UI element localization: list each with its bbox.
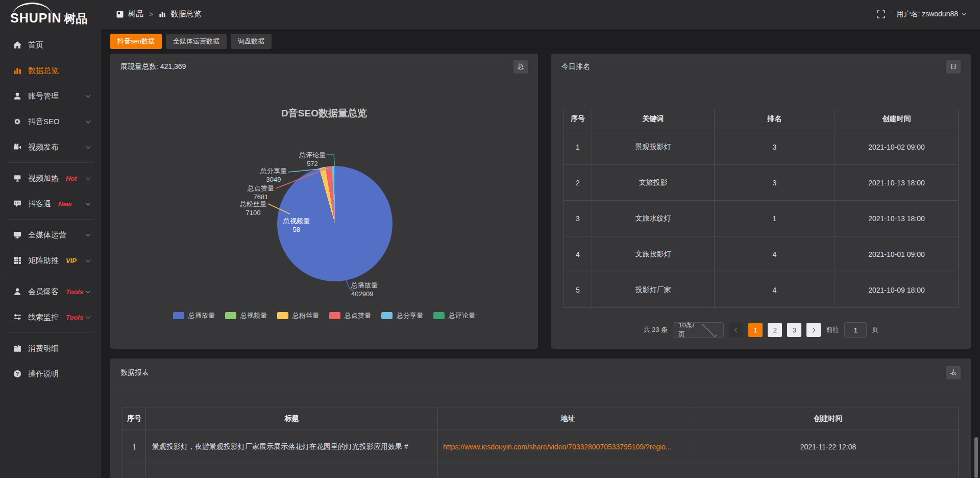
table-row: 1景观投影灯32021-10-02 09:00: [564, 129, 959, 165]
prev-page-button[interactable]: [729, 323, 743, 337]
page-unit-label: 页: [872, 325, 878, 334]
col-time: 创建时间: [698, 408, 959, 429]
breadcrumb: 树品 > 数据总览: [116, 9, 201, 19]
legend-item-likes[interactable]: 总点赞量: [329, 311, 371, 320]
wallet-icon: [13, 344, 21, 352]
page-button-1[interactable]: 1: [748, 323, 763, 337]
goto-page-input[interactable]: [844, 322, 867, 338]
page-button-2[interactable]: 2: [768, 323, 782, 337]
table-row: 3文旅水纹灯12021-10-13 18:00: [564, 201, 959, 236]
table-row: 5投影灯厂家42021-10-09 18:00: [564, 272, 959, 308]
rank-panel-body: 序号 关键词 排名 创建时间 1景观投影灯32021-10-02 09:00: [551, 109, 971, 338]
chevron-down-icon: [86, 200, 91, 205]
chevron-down-icon: [86, 144, 91, 149]
legend-item-fans[interactable]: 总粉丝量: [277, 311, 319, 320]
tools-badge: Tools: [66, 314, 83, 321]
next-page-button[interactable]: [806, 323, 821, 337]
username-label: 用户名: zswodun88: [896, 10, 958, 19]
rank-table-header-row: 序号 关键词 排名 创建时间: [564, 109, 959, 129]
report-panel-header: 数据报表 表: [110, 358, 971, 387]
panels-row: 展现量总数: 421,369 总 D音SEO数据量总览: [110, 54, 971, 349]
report-panel: 数据报表 表 序号 标题 地址 创建时间: [110, 358, 971, 478]
legend-chip: [433, 312, 445, 319]
scrollbar-thumb[interactable]: [974, 437, 978, 478]
video-link[interactable]: https://www.iesdouyin.com/share/video/70…: [443, 443, 672, 451]
sidebar-divider: [7, 332, 94, 333]
hot-badge: Hot: [66, 175, 77, 182]
sidebar-item-douketong[interactable]: 抖客通 New: [0, 191, 101, 217]
legend-chip: [225, 312, 236, 319]
legend-item-comments[interactable]: 总评论量: [433, 311, 475, 320]
sidebar-item-help[interactable]: ? 操作说明: [0, 361, 101, 387]
overview-total-label: 展现量总数: 421,369: [120, 62, 186, 71]
total-button[interactable]: 总: [513, 60, 528, 74]
sidebar-item-data-overview[interactable]: 数据总览: [0, 58, 101, 83]
chevron-down-icon: [86, 314, 91, 319]
logo-arc: [12, 3, 52, 16]
monitor-icon: [13, 231, 21, 239]
col-rank: 排名: [715, 109, 835, 129]
sidebar-item-member-leads[interactable]: 会员爆客 Tools: [0, 279, 101, 304]
sidebar-item-consume-detail[interactable]: 消费明细: [0, 336, 101, 361]
table-button[interactable]: 表: [946, 366, 961, 379]
page-size-select[interactable]: 10条/页: [673, 322, 724, 338]
grid-square-icon: [116, 11, 124, 18]
report-panel-title: 数据报表: [120, 368, 149, 377]
legend-item-videos[interactable]: 总视频量: [225, 311, 267, 320]
sidebar-item-label: 抖客通: [28, 199, 51, 209]
day-button[interactable]: 日: [946, 60, 961, 74]
rank-table: 序号 关键词 排名 创建时间 1景观投影灯32021-10-02 09:00: [564, 109, 959, 308]
col-url: 地址: [438, 408, 698, 429]
logo-text-cn: 树品: [64, 13, 87, 25]
legend-chip: [277, 312, 288, 319]
sidebar-item-label: 全媒体运营: [28, 230, 66, 240]
sidebar-item-account[interactable]: 账号管理: [0, 83, 101, 109]
content-area: 抖音seo数据 全媒体运营数据 询盘数据 展现量总数: 421,369 总 D音…: [101, 29, 980, 478]
sidebar-item-video-heat[interactable]: 视频加热 Hot: [0, 165, 101, 191]
sidebar-item-label: 操作说明: [28, 369, 59, 379]
sidebar-item-label: 线索监控: [28, 313, 59, 322]
table-row: 2文旅投影32021-10-13 18:00: [564, 165, 959, 201]
legend-item-shares[interactable]: 总分享量: [381, 311, 423, 320]
pie-label-shares: 总分享量3049: [260, 166, 287, 184]
svg-text:?: ?: [16, 371, 19, 377]
overview-panel: 展现量总数: 421,369 总 D音SEO数据量总览: [110, 54, 538, 349]
breadcrumb-root[interactable]: 树品: [128, 9, 143, 19]
sidebar-item-clue-monitor[interactable]: 线索监控 Tools: [0, 304, 101, 330]
sidebar-divider: [7, 219, 94, 220]
rank-panel-title: 今日排名: [561, 62, 590, 71]
sidebar-item-home[interactable]: 首页: [0, 32, 101, 58]
chat-bubble-icon: [13, 200, 21, 208]
pagination-total: 共 23 条: [644, 325, 668, 334]
breadcrumb-current[interactable]: 数据总览: [170, 9, 201, 19]
chevron-down-icon: [962, 11, 967, 16]
person-icon: [13, 288, 21, 296]
pie-label-videos: 总视频量58: [283, 217, 310, 234]
page-button-3[interactable]: 3: [787, 323, 801, 337]
pie-label-likes: 总点赞量7681: [248, 184, 274, 201]
sidebar-item-label: 数据总览: [28, 66, 59, 76]
sidebar-item-video-publish[interactable]: 视频发布: [0, 134, 101, 160]
sidebar-item-all-media[interactable]: 全媒体运营: [0, 222, 101, 248]
question-circle-icon: ?: [13, 370, 21, 378]
legend-chip: [173, 312, 184, 319]
bar-chart-icon: [159, 11, 166, 18]
vip-badge: VIP: [66, 257, 77, 265]
tab-douyin-seo-data[interactable]: 抖音seo数据: [110, 34, 162, 49]
sidebar-item-label: 视频加热: [28, 174, 59, 183]
sidebar-item-matrix-boost[interactable]: 矩阵助推 VIP: [0, 248, 101, 273]
sidebar-item-douyin-seo[interactable]: 抖音SEO: [0, 109, 101, 134]
sidebar-item-label: 视频发布: [28, 142, 59, 152]
table-row: 4文旅投影灯42021-10-01 09:00: [564, 236, 959, 272]
fullscreen-expand-icon[interactable]: [877, 10, 885, 18]
chevron-down-icon: [86, 92, 91, 98]
chevron-down-icon: [86, 231, 91, 236]
sidebar-item-label: 会员爆客: [28, 287, 59, 297]
col-no: 序号: [123, 408, 146, 429]
rank-panel-header: 今日排名 日: [551, 54, 971, 80]
tab-inquiry-data[interactable]: 询盘数据: [231, 34, 272, 49]
user-menu[interactable]: 用户名: zswodun88: [896, 10, 966, 19]
tab-all-media-data[interactable]: 全媒体运营数据: [166, 34, 227, 49]
col-title: 标题: [146, 408, 438, 429]
legend-item-plays[interactable]: 总播放量: [173, 311, 215, 320]
